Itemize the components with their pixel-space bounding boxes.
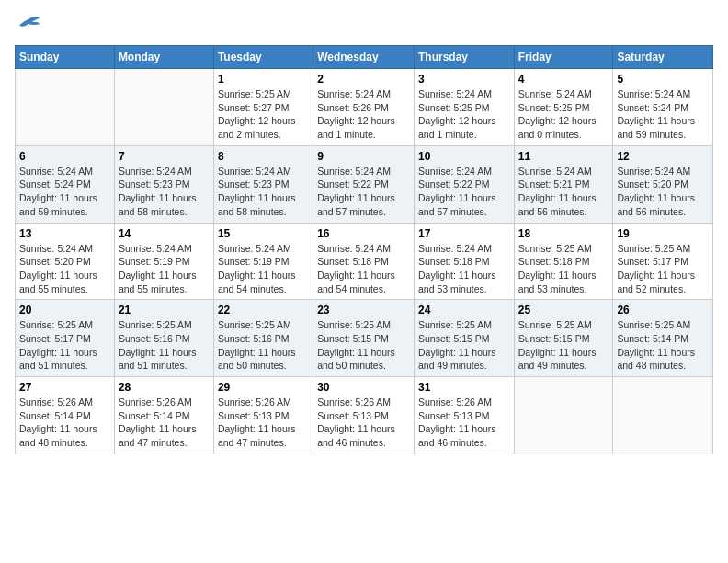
day-number: 8 <box>218 150 309 163</box>
day-number: 26 <box>617 304 709 316</box>
column-header-friday: Friday <box>514 46 613 69</box>
calendar-cell: 17Sunrise: 5:24 AM Sunset: 5:18 PM Dayli… <box>414 223 514 300</box>
calendar-cell: 8Sunrise: 5:24 AM Sunset: 5:23 PM Daylig… <box>213 145 313 223</box>
day-number: 5 <box>617 73 709 86</box>
day-detail: Sunrise: 5:25 AM Sunset: 5:18 PM Dayligh… <box>518 242 609 296</box>
calendar-cell: 28Sunrise: 5:26 AM Sunset: 5:14 PM Dayli… <box>114 377 213 454</box>
logo-bird-icon <box>15 15 42 33</box>
calendar-cell: 23Sunrise: 5:25 AM Sunset: 5:15 PM Dayli… <box>313 300 415 377</box>
calendar-cell: 2Sunrise: 5:24 AM Sunset: 5:26 PM Daylig… <box>313 69 415 146</box>
day-detail: Sunrise: 5:26 AM Sunset: 5:14 PM Dayligh… <box>119 396 210 450</box>
day-detail: Sunrise: 5:26 AM Sunset: 5:13 PM Dayligh… <box>418 396 510 450</box>
calendar-week-row: 27Sunrise: 5:26 AM Sunset: 5:14 PM Dayli… <box>16 377 713 454</box>
calendar-cell: 7Sunrise: 5:24 AM Sunset: 5:23 PM Daylig… <box>114 145 213 223</box>
day-number: 13 <box>19 227 110 240</box>
day-detail: Sunrise: 5:24 AM Sunset: 5:22 PM Dayligh… <box>317 165 410 219</box>
calendar-cell: 1Sunrise: 5:25 AM Sunset: 5:27 PM Daylig… <box>213 69 313 146</box>
day-detail: Sunrise: 5:24 AM Sunset: 5:25 PM Dayligh… <box>518 87 609 142</box>
day-detail: Sunrise: 5:24 AM Sunset: 5:24 PM Dayligh… <box>617 87 709 142</box>
day-detail: Sunrise: 5:24 AM Sunset: 5:23 PM Dayligh… <box>218 165 309 219</box>
calendar-week-row: 1Sunrise: 5:25 AM Sunset: 5:27 PM Daylig… <box>16 69 713 146</box>
day-number: 22 <box>218 304 309 316</box>
calendar-cell <box>613 377 713 454</box>
calendar-cell: 18Sunrise: 5:25 AM Sunset: 5:18 PM Dayli… <box>514 223 613 300</box>
day-detail: Sunrise: 5:24 AM Sunset: 5:23 PM Dayligh… <box>119 165 210 219</box>
day-number: 4 <box>518 73 609 86</box>
calendar-cell: 21Sunrise: 5:25 AM Sunset: 5:16 PM Dayli… <box>114 300 213 377</box>
day-detail: Sunrise: 5:24 AM Sunset: 5:19 PM Dayligh… <box>218 242 309 296</box>
day-number: 3 <box>418 73 510 86</box>
calendar-cell: 29Sunrise: 5:26 AM Sunset: 5:13 PM Dayli… <box>213 377 313 454</box>
day-number: 23 <box>317 304 410 316</box>
day-detail: Sunrise: 5:25 AM Sunset: 5:16 PM Dayligh… <box>119 318 210 373</box>
day-number: 18 <box>518 227 609 240</box>
day-number: 27 <box>19 381 110 394</box>
calendar-table: SundayMondayTuesdayWednesdayThursdayFrid… <box>15 45 713 454</box>
day-detail: Sunrise: 5:24 AM Sunset: 5:18 PM Dayligh… <box>317 242 410 296</box>
calendar-cell: 12Sunrise: 5:24 AM Sunset: 5:20 PM Dayli… <box>613 145 713 223</box>
calendar-cell: 20Sunrise: 5:25 AM Sunset: 5:17 PM Dayli… <box>16 300 115 377</box>
day-number: 12 <box>617 150 709 163</box>
day-detail: Sunrise: 5:24 AM Sunset: 5:18 PM Dayligh… <box>418 242 510 296</box>
day-detail: Sunrise: 5:25 AM Sunset: 5:14 PM Dayligh… <box>617 318 709 373</box>
day-detail: Sunrise: 5:26 AM Sunset: 5:13 PM Dayligh… <box>317 396 410 450</box>
calendar-cell: 10Sunrise: 5:24 AM Sunset: 5:22 PM Dayli… <box>414 145 514 223</box>
day-detail: Sunrise: 5:24 AM Sunset: 5:21 PM Dayligh… <box>518 165 609 219</box>
calendar-header: SundayMondayTuesdayWednesdayThursdayFrid… <box>16 46 713 69</box>
day-number: 14 <box>119 227 210 240</box>
day-number: 24 <box>418 304 510 316</box>
day-number: 28 <box>119 381 210 394</box>
day-number: 2 <box>317 73 410 86</box>
day-number: 7 <box>119 150 210 163</box>
day-number: 19 <box>617 227 709 240</box>
calendar-cell: 31Sunrise: 5:26 AM Sunset: 5:13 PM Dayli… <box>414 377 514 454</box>
column-header-monday: Monday <box>114 46 213 69</box>
calendar-cell: 14Sunrise: 5:24 AM Sunset: 5:19 PM Dayli… <box>114 223 213 300</box>
day-number: 10 <box>418 150 510 163</box>
calendar-cell: 13Sunrise: 5:24 AM Sunset: 5:20 PM Dayli… <box>16 223 115 300</box>
calendar-week-row: 20Sunrise: 5:25 AM Sunset: 5:17 PM Dayli… <box>16 300 713 377</box>
day-detail: Sunrise: 5:24 AM Sunset: 5:22 PM Dayligh… <box>418 165 510 219</box>
calendar-cell: 16Sunrise: 5:24 AM Sunset: 5:18 PM Dayli… <box>313 223 415 300</box>
day-detail: Sunrise: 5:24 AM Sunset: 5:20 PM Dayligh… <box>617 165 709 219</box>
page-header <box>15 15 713 38</box>
day-number: 9 <box>317 150 410 163</box>
calendar-cell <box>114 69 213 146</box>
day-detail: Sunrise: 5:25 AM Sunset: 5:16 PM Dayligh… <box>218 318 309 373</box>
day-number: 16 <box>317 227 410 240</box>
day-detail: Sunrise: 5:25 AM Sunset: 5:15 PM Dayligh… <box>418 318 510 373</box>
day-number: 30 <box>317 381 410 394</box>
calendar-cell: 22Sunrise: 5:25 AM Sunset: 5:16 PM Dayli… <box>213 300 313 377</box>
column-header-wednesday: Wednesday <box>313 46 415 69</box>
logo <box>15 15 42 38</box>
calendar-cell: 3Sunrise: 5:24 AM Sunset: 5:25 PM Daylig… <box>414 69 514 146</box>
column-header-sunday: Sunday <box>16 46 115 69</box>
day-detail: Sunrise: 5:26 AM Sunset: 5:14 PM Dayligh… <box>19 396 110 450</box>
calendar-cell: 30Sunrise: 5:26 AM Sunset: 5:13 PM Dayli… <box>313 377 415 454</box>
calendar-cell <box>16 69 115 146</box>
calendar-cell: 15Sunrise: 5:24 AM Sunset: 5:19 PM Dayli… <box>213 223 313 300</box>
day-number: 31 <box>418 381 510 394</box>
day-detail: Sunrise: 5:25 AM Sunset: 5:15 PM Dayligh… <box>518 318 609 373</box>
calendar-cell: 24Sunrise: 5:25 AM Sunset: 5:15 PM Dayli… <box>414 300 514 377</box>
calendar-week-row: 13Sunrise: 5:24 AM Sunset: 5:20 PM Dayli… <box>16 223 713 300</box>
day-detail: Sunrise: 5:24 AM Sunset: 5:24 PM Dayligh… <box>19 165 110 219</box>
day-detail: Sunrise: 5:25 AM Sunset: 5:17 PM Dayligh… <box>617 242 709 296</box>
day-detail: Sunrise: 5:24 AM Sunset: 5:19 PM Dayligh… <box>119 242 210 296</box>
day-number: 15 <box>218 227 309 240</box>
calendar-cell: 5Sunrise: 5:24 AM Sunset: 5:24 PM Daylig… <box>613 69 713 146</box>
day-detail: Sunrise: 5:25 AM Sunset: 5:17 PM Dayligh… <box>19 318 110 373</box>
calendar-cell: 19Sunrise: 5:25 AM Sunset: 5:17 PM Dayli… <box>613 223 713 300</box>
day-number: 6 <box>19 150 110 163</box>
calendar-cell: 11Sunrise: 5:24 AM Sunset: 5:21 PM Dayli… <box>514 145 613 223</box>
day-number: 20 <box>19 304 110 316</box>
calendar-cell: 4Sunrise: 5:24 AM Sunset: 5:25 PM Daylig… <box>514 69 613 146</box>
calendar-cell: 25Sunrise: 5:25 AM Sunset: 5:15 PM Dayli… <box>514 300 613 377</box>
calendar-cell: 26Sunrise: 5:25 AM Sunset: 5:14 PM Dayli… <box>613 300 713 377</box>
calendar-cell: 9Sunrise: 5:24 AM Sunset: 5:22 PM Daylig… <box>313 145 415 223</box>
calendar-cell: 27Sunrise: 5:26 AM Sunset: 5:14 PM Dayli… <box>16 377 115 454</box>
day-detail: Sunrise: 5:26 AM Sunset: 5:13 PM Dayligh… <box>218 396 309 450</box>
day-detail: Sunrise: 5:25 AM Sunset: 5:27 PM Dayligh… <box>218 87 309 142</box>
day-number: 17 <box>418 227 510 240</box>
day-detail: Sunrise: 5:24 AM Sunset: 5:25 PM Dayligh… <box>418 87 510 142</box>
